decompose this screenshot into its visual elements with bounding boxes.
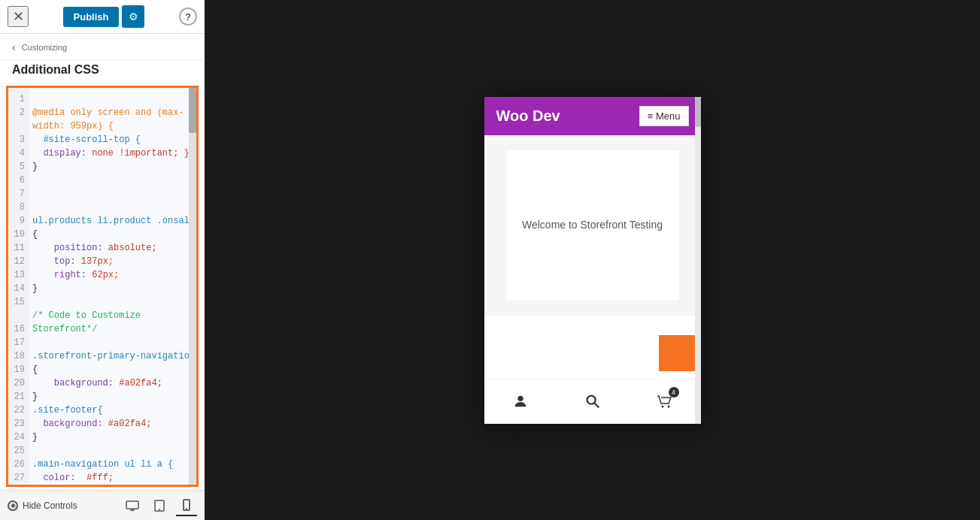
svg-rect-0 — [126, 501, 138, 509]
section-title: Additional CSS — [0, 60, 205, 83]
site-header: Woo Dev ≡ Menu — [484, 97, 701, 135]
desktop-icon — [126, 500, 139, 511]
mobile-scrollbar-thumb[interactable] — [695, 97, 701, 127]
orange-widget — [659, 335, 695, 371]
cart-count-badge: 4 — [669, 387, 679, 398]
eye-icon: ◉ — [8, 500, 18, 511]
help-button[interactable]: ? — [179, 8, 197, 26]
scrollbar[interactable] — [189, 88, 196, 485]
gear-icon: ⚙ — [129, 11, 138, 23]
hide-controls-button[interactable]: ◉ Hide Controls — [8, 500, 77, 511]
code-text[interactable]: @media only screen and (max- width: 959p… — [29, 88, 189, 485]
user-icon — [512, 393, 529, 410]
site-title: Woo Dev — [496, 107, 560, 125]
tablet-preview-button[interactable] — [149, 495, 170, 516]
site-body: Welcome to Storefront Testing — [484, 135, 701, 316]
mobile-scrollbar[interactable] — [695, 97, 701, 424]
line-numbers: 1 2 3 4 5 6 7 8 9 10 11 12 13 14 15 16 1… — [8, 88, 29, 485]
content-box: Welcome to Storefront Testing — [506, 150, 679, 301]
publish-button[interactable]: Publish — [63, 7, 120, 27]
mobile-preview-button[interactable] — [176, 495, 197, 516]
cart-icon: 4 — [654, 390, 676, 413]
magnifier-icon — [584, 393, 601, 410]
header-section: ‹ Customizing — [0, 34, 205, 60]
desktop-preview-button[interactable] — [122, 495, 143, 516]
mobile-icon — [183, 499, 190, 511]
search-icon — [581, 390, 604, 413]
scrollbar-thumb[interactable] — [189, 88, 196, 133]
account-icon — [509, 390, 532, 413]
preview-icons — [122, 495, 197, 516]
site-footer-bar: 4 — [484, 379, 701, 424]
tablet-icon — [154, 500, 165, 512]
left-panel: ✕ Publish ⚙ ? ‹ Customizing Additional C… — [0, 0, 205, 520]
code-editor[interactable]: 1 2 3 4 5 6 7 8 9 10 11 12 13 14 15 16 1… — [8, 88, 196, 485]
svg-point-7 — [517, 396, 523, 401]
top-bar: ✕ Publish ⚙ ? — [0, 0, 205, 34]
bottom-bar: ◉ Hide Controls — [0, 490, 205, 520]
gear-button[interactable]: ⚙ — [122, 5, 144, 28]
svg-point-4 — [159, 509, 160, 510]
mobile-frame: Woo Dev ≡ Menu Welcome to Storefront Tes… — [484, 97, 701, 424]
preview-area: Woo Dev ≡ Menu Welcome to Storefront Tes… — [205, 0, 980, 520]
svg-point-6 — [186, 508, 187, 509]
hide-controls-label: Hide Controls — [23, 500, 77, 511]
close-button[interactable]: ✕ — [8, 6, 29, 27]
customizing-label: Customizing — [22, 43, 68, 52]
publish-area: Publish ⚙ — [63, 5, 145, 28]
svg-point-8 — [587, 396, 595, 404]
svg-point-10 — [661, 406, 663, 408]
menu-button[interactable]: ≡ Menu — [639, 106, 689, 126]
svg-point-11 — [667, 406, 669, 408]
code-editor-wrapper: 1 2 3 4 5 6 7 8 9 10 11 12 13 14 15 16 1… — [6, 86, 199, 487]
back-button[interactable]: ‹ — [12, 41, 16, 53]
svg-line-9 — [594, 404, 599, 408]
